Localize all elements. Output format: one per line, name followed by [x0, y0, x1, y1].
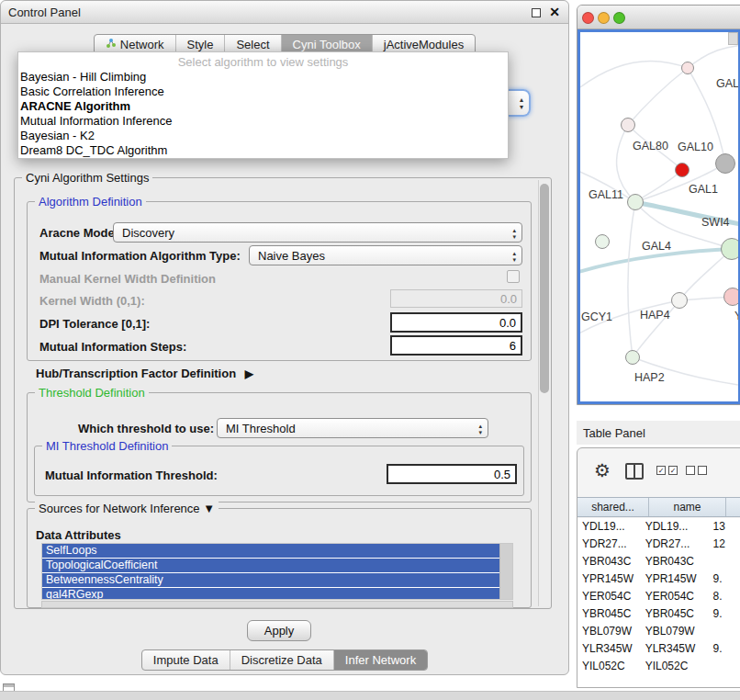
columns-icon[interactable] — [625, 463, 644, 480]
table-cell: YPR145W — [577, 570, 641, 588]
close-window-icon[interactable]: ✕ — [549, 5, 560, 19]
algorithm-definition-title: Algorithm Definition — [35, 195, 146, 209]
table-cell: 8. — [708, 588, 740, 605]
minimize-traffic-light[interactable] — [598, 12, 610, 24]
algorithm-option[interactable]: ARACNE Algorithm — [18, 99, 508, 114]
sources-title: Sources for Network Inference ▼ — [35, 502, 219, 515]
network-node[interactable] — [625, 350, 640, 365]
gear-icon[interactable]: ⚙ — [594, 459, 611, 481]
network-view-window: GAL8GAL80GAL10GAL11GAL1SWI4GAL4GCY1HAP4Y… — [577, 5, 740, 405]
table-cell: 9. — [708, 640, 740, 658]
node-label: GAL10 — [678, 141, 713, 153]
network-node[interactable] — [675, 163, 690, 177]
manual-kernel-checkbox[interactable] — [507, 270, 520, 283]
algorithm-option[interactable]: Bayesian - K2 — [18, 129, 508, 143]
attribute-item[interactable]: SelfLoops — [42, 544, 499, 558]
table-cell: YBR043C — [641, 553, 709, 570]
combo-arrows-icon: ▴▾ — [512, 250, 516, 263]
attribute-item[interactable]: TopologicalCoefficient — [42, 559, 499, 572]
column-header-shared[interactable]: shared... — [577, 498, 649, 516]
float-window-icon[interactable] — [532, 8, 541, 17]
node-label: HAP4 — [640, 309, 670, 322]
select-all-columns-icon[interactable]: ✓ ✓ — [656, 466, 678, 475]
table-cell: 12 — [708, 536, 740, 553]
table-cell: YER054C — [641, 588, 709, 605]
tab-group: Impute DataDiscretize DataInfer Network — [141, 649, 428, 671]
attributes-list-hscrollbar[interactable] — [41, 601, 513, 608]
which-threshold-combobox[interactable]: MI Threshold ▴▾ — [217, 418, 488, 438]
node-label: GAL1 — [689, 183, 718, 196]
algorithm-select-combobox[interactable]: ▴▾ — [507, 89, 531, 117]
network-scrollbar[interactable] — [728, 32, 738, 45]
mi-type-combobox[interactable]: Naive Bayes ▴▾ — [249, 245, 522, 265]
mi-threshold-field[interactable] — [387, 464, 517, 484]
settings-scrollbar-thumb[interactable] — [540, 184, 549, 393]
network-node[interactable] — [681, 62, 694, 74]
table-row[interactable]: YBR043CYBR043C — [577, 553, 740, 570]
apply-button[interactable]: Apply — [247, 620, 311, 641]
tab-discretize-data[interactable]: Discretize Data — [230, 650, 333, 670]
table-row[interactable]: YBL079WYBL079W — [577, 623, 740, 640]
aracne-mode-combobox[interactable]: Discovery ▴▾ — [113, 222, 522, 243]
control-panel-titlebar[interactable]: Control Panel ✕ — [1, 1, 568, 24]
zoom-traffic-light[interactable] — [613, 12, 625, 24]
algorithm-option[interactable]: Basic Correlation Inference — [18, 85, 508, 99]
column-header-name[interactable]: name — [649, 498, 726, 516]
table-row[interactable]: YDR27...YDR27...12 — [577, 536, 740, 553]
network-window-titlebar[interactable] — [577, 6, 740, 29]
table-row[interactable]: YPR145WYPR145W9. — [577, 570, 740, 588]
tab-infer-network[interactable]: Infer Network — [333, 650, 427, 670]
unchecked-box-icon — [698, 466, 707, 475]
cyni-mode-tabs: Impute DataDiscretize DataInfer Network — [1, 649, 568, 671]
tab-impute-data[interactable]: Impute Data — [142, 650, 230, 670]
table-cell: YPR145W — [641, 570, 709, 588]
expand-arrow-icon[interactable]: ▶ — [245, 367, 253, 380]
collapse-arrow-icon[interactable]: ▼ — [203, 502, 215, 515]
network-node[interactable] — [671, 292, 688, 309]
tab-label: jActiveModules — [384, 38, 464, 51]
network-node[interactable] — [721, 238, 740, 260]
algorithm-option[interactable]: Bayesian - Hill Climbing — [18, 70, 508, 85]
network-node[interactable] — [595, 234, 610, 249]
close-traffic-light[interactable] — [582, 12, 594, 24]
table-row[interactable]: YIL052CYIL052C — [577, 658, 740, 675]
network-node[interactable] — [621, 118, 635, 132]
settings-scrollbar[interactable] — [538, 180, 550, 606]
network-node[interactable] — [627, 194, 644, 210]
table-row[interactable]: YBR045CYBR045C9. — [577, 605, 740, 623]
table-header-row: shared...name — [577, 497, 740, 517]
tab-label: Network — [120, 38, 164, 51]
node-label: GAL11 — [589, 188, 623, 201]
data-attributes-list[interactable]: SelfLoopsTopologicalCoefficientBetweenne… — [41, 543, 513, 600]
table-panel-window: ⚙ ✓ ✓ shared...name YDL19...YDL19...13YD… — [577, 447, 740, 688]
table-cell: YIL052C — [641, 658, 709, 675]
table-cell: YDR27... — [577, 536, 641, 553]
tab-label: Cyni Toolbox — [293, 38, 361, 51]
table-cell: YIL052C — [577, 658, 641, 675]
hub-section-toggle[interactable]: Hub/Transcription Factor Definition ▶ — [36, 367, 253, 380]
table-cell: YDL19... — [577, 518, 641, 536]
table-cell: 9. — [708, 605, 740, 623]
checked-box-icon: ✓ — [668, 466, 678, 475]
deselect-all-columns-icon[interactable] — [686, 466, 707, 475]
network-canvas[interactable]: GAL8GAL80GAL10GAL11GAL1SWI4GAL4GCY1HAP4Y… — [577, 29, 740, 404]
table-row[interactable]: YLR345WYLR345W9. — [577, 640, 740, 658]
network-node[interactable] — [723, 288, 740, 306]
algorithm-option[interactable]: Dream8 DC_TDC Algorithm — [18, 143, 508, 158]
table-cell — [708, 658, 740, 675]
algorithm-option[interactable]: Mutual Information Inference — [18, 114, 508, 129]
network-node[interactable] — [715, 153, 735, 174]
attributes-list-scrollbar[interactable] — [499, 544, 512, 599]
aracne-mode-value: Discovery — [122, 226, 174, 240]
table-toolbar: ⚙ ✓ ✓ — [577, 457, 740, 491]
mi-type-value: Naive Bayes — [258, 249, 325, 263]
table-row[interactable]: YDL19...YDL19...13 — [577, 518, 740, 536]
attribute-item[interactable]: gal4RGexp — [42, 588, 499, 600]
attribute-item[interactable]: BetweennessCentrality — [42, 573, 499, 587]
mi-steps-field[interactable] — [390, 335, 522, 356]
table-row[interactable]: YER054CYER054C8. — [577, 588, 740, 605]
table-cell — [708, 623, 740, 640]
dpi-tolerance-field[interactable] — [390, 312, 522, 333]
tab-label: Infer Network — [345, 653, 416, 667]
column-header-extra[interactable] — [726, 498, 740, 516]
